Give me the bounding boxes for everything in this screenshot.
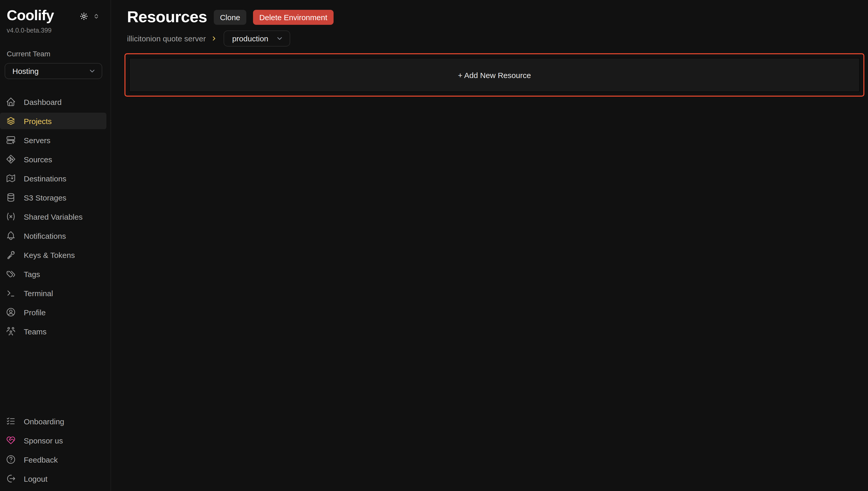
chevron-right-icon <box>210 35 217 42</box>
sidebar-item-label: Servers <box>24 136 50 144</box>
sidebar-item-projects[interactable]: Projects <box>0 113 106 129</box>
sidebar-item-sponsor-us[interactable]: Sponsor us <box>0 432 106 449</box>
sidebar-item-label: Profile <box>24 308 46 317</box>
sidebar-item-sources[interactable]: Sources <box>0 151 106 168</box>
environment-select-value: production <box>232 34 268 43</box>
delete-environment-button[interactable]: Delete Environment <box>253 9 333 25</box>
map-icon <box>6 173 16 183</box>
team-select[interactable]: Hosting <box>5 63 102 79</box>
key-icon <box>6 250 16 260</box>
sidebar-item-teams[interactable]: Teams <box>0 323 106 340</box>
sidebar-item-label: Sources <box>24 155 52 164</box>
sidebar-item-label: Teams <box>24 327 46 336</box>
chevron-down-icon <box>88 67 96 75</box>
sidebar-item-label: Feedback <box>24 455 58 464</box>
sidebar-item-label: Onboarding <box>24 417 64 426</box>
page-title: Resources <box>127 8 207 26</box>
variable-icon <box>6 211 16 222</box>
help-icon <box>6 454 16 465</box>
sidebar-item-s3-storages[interactable]: S3 Storages <box>0 189 106 206</box>
sidebar-item-label: Terminal <box>24 289 53 297</box>
theme-sun-icon[interactable] <box>80 11 88 21</box>
add-new-resource-button[interactable]: + Add New Resource <box>129 58 860 92</box>
add-resource-highlight-box: + Add New Resource <box>124 53 864 97</box>
sidebar-item-label: Keys & Tokens <box>24 251 75 259</box>
page-header: Resources Clone Delete Environment <box>127 8 864 26</box>
main-content: Resources Clone Delete Environment illic… <box>111 0 868 491</box>
sidebar-item-label: Tags <box>24 269 40 278</box>
sidebar-item-destinations[interactable]: Destinations <box>0 170 106 186</box>
breadcrumb-project-link[interactable]: illicitonion quote server <box>127 34 206 43</box>
sidebar-item-label: Projects <box>24 117 52 125</box>
checklist-icon <box>6 416 16 426</box>
layers-icon <box>6 116 16 126</box>
sidebar-item-label: Notifications <box>24 231 66 240</box>
sidebar-item-terminal[interactable]: Terminal <box>0 285 106 301</box>
team-select-value: Hosting <box>12 67 39 76</box>
user-icon <box>6 307 16 317</box>
heart-icon <box>6 435 16 445</box>
breadcrumb: illicitonion quote server production <box>127 30 864 47</box>
clone-button[interactable]: Clone <box>214 9 246 25</box>
logout-icon <box>6 473 16 484</box>
sidebar-item-tags[interactable]: Tags <box>0 266 106 282</box>
server-icon <box>6 135 16 145</box>
sidebar-item-dashboard[interactable]: Dashboard <box>0 93 106 110</box>
sidebar-item-label: Sponsor us <box>24 436 63 445</box>
sidebar-item-servers[interactable]: Servers <box>0 132 106 148</box>
sidebar-item-onboarding[interactable]: Onboarding <box>0 413 106 430</box>
users-icon <box>6 326 16 337</box>
tags-icon <box>6 269 16 279</box>
current-team-label: Current Team <box>7 50 104 58</box>
environment-select[interactable]: production <box>223 30 290 47</box>
app-version: v4.0.0-beta.399 <box>0 27 111 34</box>
collapse-chevrons-icon[interactable] <box>93 13 100 19</box>
sidebar-footer-nav: OnboardingSponsor usFeedbackLogout <box>0 413 111 491</box>
app-logo: Coolify <box>7 7 80 24</box>
database-icon <box>6 192 16 203</box>
sidebar-item-profile[interactable]: Profile <box>0 304 106 320</box>
git-icon <box>6 154 16 164</box>
coolify-app: Coolify v4.0.0-beta.399 Current Team Hos… <box>0 0 868 491</box>
sidebar-item-label: S3 Storages <box>24 193 66 202</box>
sidebar-item-keys-tokens[interactable]: Keys & Tokens <box>0 247 106 263</box>
sidebar-item-shared-variables[interactable]: Shared Variables <box>0 208 106 225</box>
home-icon <box>6 97 16 107</box>
sidebar-nav: DashboardProjectsServersSourcesDestinati… <box>0 93 111 342</box>
sidebar-item-label: Shared Variables <box>24 212 83 221</box>
sidebar-item-label: Destinations <box>24 174 66 183</box>
terminal-icon <box>6 288 16 298</box>
logo-row: Coolify <box>0 0 111 24</box>
sidebar-item-label: Logout <box>24 474 48 483</box>
chevron-down-icon <box>276 35 283 42</box>
sidebar-item-notifications[interactable]: Notifications <box>0 227 106 244</box>
bell-icon <box>6 231 16 241</box>
sidebar-item-feedback[interactable]: Feedback <box>0 451 106 468</box>
sidebar: Coolify v4.0.0-beta.399 Current Team Hos… <box>0 0 111 491</box>
sidebar-item-logout[interactable]: Logout <box>0 470 106 487</box>
sidebar-item-label: Dashboard <box>24 97 62 106</box>
